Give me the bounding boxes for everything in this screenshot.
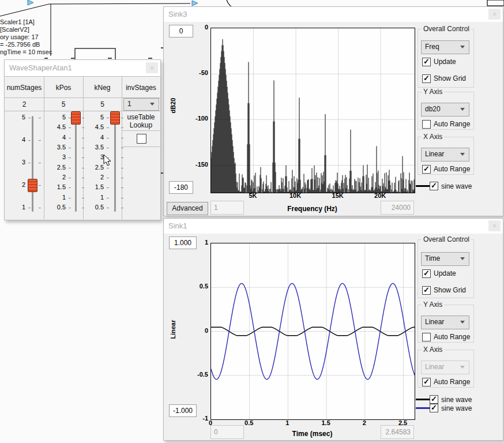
slider-tick-label: 1.5 [46,183,66,190]
show-grid-checkbox[interactable] [422,286,431,295]
slider-track-kNeg[interactable] [114,116,116,212]
x-max-input[interactable]: 24000 [381,201,414,215]
sink1-titlebar[interactable]: Sink1 [164,219,503,234]
param-value[interactable]: 5 [44,100,83,108]
x-auto-range-checkbox[interactable] [422,378,431,386]
x-auto-range-checkbox[interactable] [422,165,431,174]
table-border [5,76,160,77]
module-box [487,0,504,6]
slider-track-numStages[interactable] [32,116,33,212]
slider-track-kPos[interactable] [75,116,77,212]
slider-tick [121,208,123,208]
show-grid-checkbox[interactable] [422,74,431,83]
close-button[interactable] [146,62,158,73]
x-axis-mode-dropdown[interactable]: Linear [421,361,469,374]
legend-line-swatch [416,399,431,400]
slider-tick-label: 2 [6,181,25,188]
advanced-button[interactable]: Advanced [167,202,208,215]
usetable-checkbox[interactable] [137,134,146,144]
slider-tick [69,127,71,128]
x-tick-labels: 5K10K15K20K [210,192,414,200]
param-value[interactable]: 5 [83,100,122,108]
slider-tick [121,198,123,198]
slider-tick [107,187,109,188]
slider-tick [121,168,123,168]
desktop-canvas: Scaler1 [1A] [ScalerV2] ory usage: 17 = … [0,0,504,443]
slider-tick [39,208,41,208]
column-header: invStages [122,84,160,92]
x-auto-range-label: Auto Range [434,165,470,173]
x-tick-label: 20K [368,192,392,199]
slider-tick [39,185,41,186]
y-tick-label: 0.5 [200,283,208,290]
grid-lines [211,28,415,193]
waveshaper-titlebar[interactable]: WaveShaperAtan1 [5,60,160,76]
x-tick-label: 10K [284,192,307,199]
legend-checkbox[interactable] [430,395,438,404]
update-checkbox[interactable] [422,58,431,66]
y-auto-range-label: Auto Range [434,333,470,341]
slider-tick-label: 2.5 [46,164,66,171]
y-axis-mode-dropdown[interactable]: db20 [421,103,469,117]
time-plot [210,243,415,420]
x-tick-label: 15K [326,192,349,199]
table-border [5,111,160,111]
param-value[interactable]: 2 [5,100,44,108]
y-auto-range-label: Auto Range [434,120,470,128]
show-grid-label: Show Grid [434,286,466,294]
slider-tick-label: 4.5 [84,123,104,130]
slider-tick-label: 4 [84,134,104,141]
slider-tick-label: 3 [6,159,25,166]
slider-tick-label: 2.5 [84,164,104,171]
x-axis-mode-dropdown[interactable]: Linear [421,148,469,162]
invstages-dropdown[interactable]: 1 [123,98,159,111]
overall-mode-dropdown[interactable]: Time [421,252,469,266]
slider-tick [69,157,71,158]
y-tick-label: -50 [199,69,208,76]
dropdown-value: Linear [425,318,444,326]
y-auto-range-checkbox[interactable] [422,333,431,341]
legend-checkbox[interactable] [430,404,438,412]
slider-tick [28,208,31,208]
module-info-line: [ScalerV2] [0,26,52,33]
slider-tick-label: 0.5 [84,204,104,211]
slider-tick [107,168,109,168]
dropdown-value: Time [425,254,440,262]
slider-thumb-kNeg[interactable] [110,111,120,125]
slider-thumb-numStages[interactable] [28,179,37,192]
x-max-input[interactable]: 2.64583 [381,425,414,439]
x-tick-label: 2 [353,419,376,426]
chevron-down-icon [460,153,465,156]
slider-thumb-kPos[interactable] [71,111,81,125]
slider-tick-label: 3 [84,153,104,160]
dropdown-value: db20 [425,105,441,113]
close-button[interactable] [488,9,501,20]
slider-tick [121,127,123,128]
y-auto-range-checkbox[interactable] [422,120,431,129]
slider-tick [39,118,41,118]
close-button[interactable] [488,220,501,231]
show-grid-label: Show Grid [434,74,466,82]
y-tick-label: 0 [205,327,208,334]
x-tick-label: 5K [242,192,265,199]
overall-mode-dropdown[interactable]: Freq [421,40,469,54]
slider-tick [107,208,109,208]
slider-tick [107,198,109,198]
slider-tick-label: 0.5 [46,204,66,211]
slider-tick-label: 1 [84,194,104,201]
close-icon [150,62,154,72]
slider-tick [107,178,109,178]
y-tick-label: -0.5 [197,371,208,378]
y-axis-mode-dropdown[interactable]: Linear [421,316,469,329]
chevron-down-icon [460,321,465,324]
x-auto-range-label: Auto Range [434,378,470,386]
update-checkbox[interactable] [422,269,431,278]
x-tick-label: 1.5 [314,419,337,426]
dropdown-value: Linear [425,150,444,158]
legend-checkbox[interactable] [430,182,438,190]
y-tick-label: -100 [195,115,208,122]
mouse-cursor [103,154,112,167]
slider-tick [121,178,123,178]
module-info-line: ngTime = 10 msec [0,48,52,56]
sink3-titlebar[interactable]: Sink3 [164,7,503,22]
